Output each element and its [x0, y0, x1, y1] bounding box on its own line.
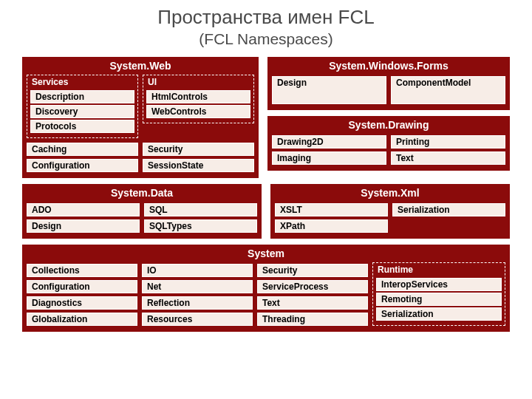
ns-item: ADO: [27, 203, 140, 216]
panel-title: System.Windows.Forms: [272, 58, 505, 75]
ns-item: ServiceProcess: [257, 280, 368, 293]
page-subtitle: (FCL Namespaces): [22, 30, 510, 48]
ns-item: XPath: [275, 219, 388, 233]
group-label: Services: [30, 77, 134, 89]
panel-system-data: System.Data ADO Design SQL SQLTypes: [22, 184, 262, 239]
panel-system-xml: System.Xml XSLT XPath Serialization: [270, 184, 510, 239]
ns-item: Printing: [391, 135, 505, 149]
ns-item: Design: [272, 76, 386, 104]
panel-title: System: [27, 246, 505, 262]
ns-item: Design: [27, 219, 140, 233]
group-label: Runtime: [376, 265, 502, 276]
ns-item: Globalization: [27, 313, 137, 326]
ns-item: Text: [391, 151, 505, 165]
ns-item: Collections: [27, 264, 137, 277]
ns-item: Text: [257, 296, 368, 310]
ns-item: SessionState: [143, 159, 254, 172]
ns-item: Reflection: [142, 296, 253, 310]
panel-system-drawing: System.Drawing Drawing2D Imaging Printin…: [267, 116, 510, 171]
ns-item: Description: [30, 90, 134, 103]
ns-item: Diagnostics: [27, 296, 137, 310]
ns-item: ComponentModel: [391, 76, 505, 104]
ns-item: Caching: [27, 143, 138, 156]
ns-item: SQL: [144, 203, 257, 216]
group-runtime: Runtime InteropServices Remoting Seriali…: [372, 262, 505, 326]
ns-item: Discovery: [30, 105, 134, 118]
ns-item: InteropServices: [376, 278, 502, 291]
ns-item: HtmlControls: [146, 90, 250, 103]
ns-item: Security: [143, 143, 254, 156]
panel-title: System.Data: [27, 185, 257, 202]
ns-item: Drawing2D: [272, 135, 386, 149]
panel-title: System.Drawing: [272, 117, 505, 134]
panel-system-web: System.Web Services Description Discover…: [22, 57, 259, 178]
ns-item: Protocols: [30, 120, 134, 133]
ns-item: Serialization: [392, 203, 505, 216]
ns-item: Remoting: [376, 293, 502, 306]
panel-system-windows-forms: System.Windows.Forms Design ComponentMod…: [267, 57, 510, 110]
ns-item: Serialization: [376, 307, 502, 321]
page-title: Пространства имен FCL: [22, 6, 510, 29]
ns-item: WebControls: [146, 105, 250, 118]
ns-item: SQLTypes: [144, 219, 257, 233]
panel-title: System.Xml: [275, 185, 505, 202]
ns-item: Configuration: [27, 159, 138, 172]
ns-item: Imaging: [272, 151, 386, 165]
group-label: UI: [146, 77, 250, 89]
ns-item: Threading: [257, 313, 368, 326]
group-services: Services Description Discovery Protocols: [27, 75, 138, 138]
ns-item: Resources: [142, 313, 253, 326]
ns-item: Security: [257, 264, 368, 277]
ns-item: IO: [142, 264, 253, 277]
panel-title: System.Web: [27, 58, 254, 75]
group-ui: UI HtmlControls WebControls: [143, 75, 254, 123]
ns-item: Net: [142, 280, 253, 293]
ns-item: XSLT: [275, 203, 388, 216]
panel-system: System Collections Configuration Diagnos…: [22, 245, 510, 332]
ns-item: Configuration: [27, 280, 137, 293]
